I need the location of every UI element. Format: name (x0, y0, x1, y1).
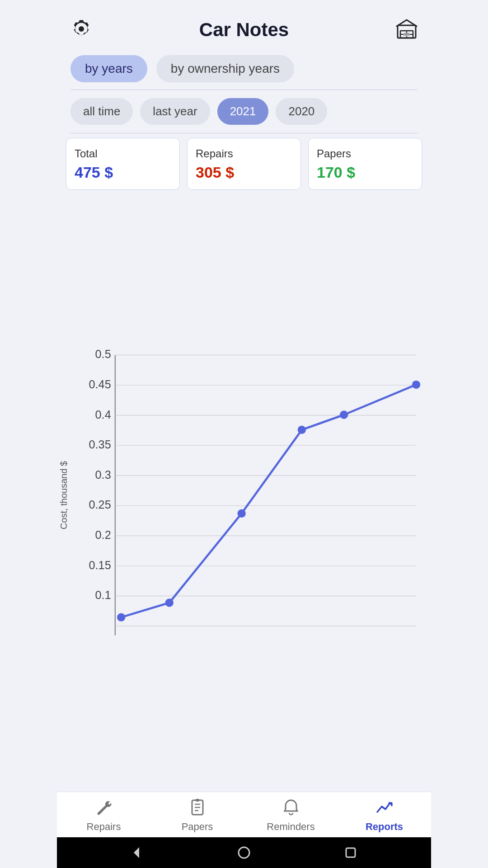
svg-marker-34 (134, 847, 139, 858)
papers-card: Papers 170 $ (308, 138, 422, 190)
nav-item-repairs[interactable]: Repairs (57, 798, 150, 833)
car-garage-icon[interactable] (396, 18, 418, 42)
home-button[interactable] (237, 845, 251, 860)
page-title: Car Notes (199, 19, 289, 41)
chart-y-label: Cost, thousand $ (57, 203, 74, 787)
svg-text:0.5: 0.5 (95, 348, 111, 360)
svg-text:0.35: 0.35 (89, 438, 111, 451)
svg-point-35 (239, 847, 249, 858)
gear-icon[interactable] (70, 18, 92, 42)
android-nav-bar (57, 837, 431, 868)
chart-container: Cost, thousand $ 0.5 0.45 0.4 0.35 0.3 (57, 199, 431, 792)
svg-point-25 (237, 509, 245, 518)
papers-label: Papers (317, 147, 413, 160)
bell-icon (282, 798, 300, 818)
svg-point-24 (165, 599, 174, 607)
filter-by-ownership-years[interactable]: by ownership years (156, 55, 294, 82)
total-value: 475 $ (75, 164, 171, 181)
svg-point-27 (340, 410, 348, 419)
repairs-card: Repairs 305 $ (187, 138, 301, 190)
filter-row-2: all time last year 2021 2020 (57, 90, 431, 133)
filter-all-time[interactable]: all time (70, 98, 133, 125)
filter-row-1: by years by ownership years (57, 51, 431, 90)
reports-icon (375, 798, 394, 818)
nav-label-repairs: Repairs (87, 821, 121, 833)
nav-label-papers: Papers (182, 821, 213, 833)
nav-item-reports[interactable]: Reports (338, 798, 431, 833)
svg-point-23 (117, 613, 125, 621)
filter-last-year[interactable]: last year (140, 98, 210, 125)
svg-text:0.1: 0.1 (95, 589, 111, 601)
cards-row: Total 475 $ Repairs 305 $ Papers 170 $ (57, 133, 431, 199)
svg-rect-33 (196, 799, 199, 802)
svg-rect-36 (346, 848, 355, 857)
filter-2020[interactable]: 2020 (276, 98, 327, 125)
bottom-nav: Repairs Papers Reminders (57, 792, 431, 837)
nav-item-reminders[interactable]: Reminders (244, 798, 338, 833)
svg-text:0.25: 0.25 (89, 498, 111, 511)
filter-by-years[interactable]: by years (70, 55, 147, 82)
papers-icon (188, 798, 206, 818)
svg-point-26 (298, 426, 306, 434)
nav-item-papers[interactable]: Papers (150, 798, 244, 833)
nav-label-reports: Reports (366, 821, 403, 833)
svg-text:0.4: 0.4 (95, 408, 111, 421)
filter-2021[interactable]: 2021 (217, 98, 269, 125)
svg-text:0.15: 0.15 (89, 559, 111, 571)
wrench-icon (95, 798, 113, 818)
papers-value: 170 $ (317, 164, 413, 181)
svg-text:0.2: 0.2 (95, 528, 111, 541)
chart-inner: 0.5 0.45 0.4 0.35 0.3 0.25 0.2 0.15 0.1 (74, 203, 427, 787)
header: Car Notes (57, 0, 431, 51)
recent-button[interactable] (343, 845, 358, 860)
nav-label-reminders: Reminders (267, 821, 314, 833)
svg-text:0.3: 0.3 (95, 468, 111, 481)
chart-svg: 0.5 0.45 0.4 0.35 0.3 0.25 0.2 0.15 0.1 (74, 203, 427, 787)
svg-text:0.45: 0.45 (89, 378, 111, 391)
total-card: Total 475 $ (66, 138, 180, 190)
repairs-value: 305 $ (196, 164, 292, 181)
back-button[interactable] (130, 845, 145, 860)
svg-point-28 (412, 381, 420, 389)
repairs-label: Repairs (196, 147, 292, 160)
total-label: Total (75, 147, 171, 160)
